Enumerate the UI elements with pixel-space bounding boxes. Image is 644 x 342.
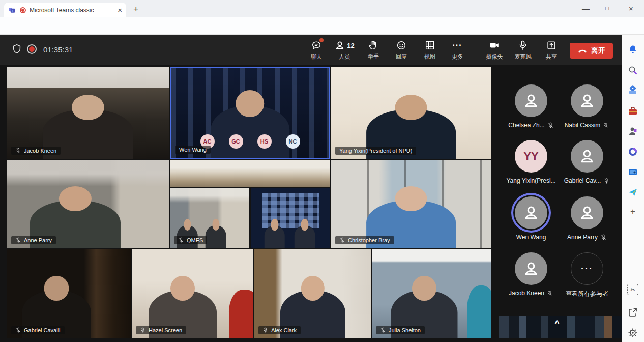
sidebar-add-icon[interactable]: + [627,206,638,217]
participant-gabriel[interactable]: Gabriel Cav... [559,140,616,193]
avatar-speaking [515,196,547,229]
react-button[interactable]: 回应 [390,40,413,61]
person-icon [522,92,540,110]
avatar-initials: YY [515,140,547,173]
video-tile-qmes[interactable]: QMES [170,188,249,248]
settings-gear-icon[interactable] [627,327,638,338]
view-all-participants[interactable]: ··· 查看所有参与者 [559,252,616,305]
red-sweater-figure [229,290,253,338]
teal-figure [467,285,491,338]
app-knot-icon[interactable] [627,146,638,157]
mic-muted-icon [547,122,554,129]
window-close-button[interactable]: × [629,5,633,12]
video-tile-julia-shelton[interactable]: Julia Shelton [372,249,491,338]
name-label: Anne Parry [11,236,56,244]
mic-muted-icon [15,237,21,243]
video-tile-jacob-kneen[interactable]: Jacob Kneen [7,67,169,159]
search-icon[interactable] [627,65,638,76]
shopping-tag-icon[interactable] [627,85,638,96]
window-minimize-button[interactable]: — [582,5,590,12]
more-button[interactable]: ··· 更多 [446,40,469,61]
wallet-icon[interactable] [627,166,638,178]
window-maximize-button[interactable]: □ [605,5,609,11]
chat-button[interactable]: 聊天 [305,40,328,61]
browser-toolbar: ← https://teams.microsoft.com/_#/modern-… [0,17,644,35]
name-label: Julia Shelton [376,326,425,334]
share-button[interactable]: 共享 [540,40,563,61]
tab-title: Microsoft Teams classic [30,7,114,14]
mic-muted-icon [380,327,386,333]
participant-chelsea[interactable]: Chelsea Zh... [503,84,560,137]
person-icon [522,260,540,278]
mic-muted-icon [600,234,607,241]
participant-silhouette [206,225,226,248]
view-button[interactable]: 视图 [418,40,442,61]
chevron-up-icon[interactable]: ^ [554,319,560,329]
view-grid-icon [424,40,435,51]
new-tab-button[interactable]: + [133,5,139,14]
bubble-hs: HS [257,134,272,149]
video-tile-yang-yixin[interactable]: Yang Yixin(President of NPU) [331,67,491,159]
participant-yang-yixin[interactable]: YY Yang Yixin(Presi... [503,140,560,193]
person-icon [578,92,596,110]
avatar [571,140,603,173]
mic-muted-icon [603,178,610,184]
mic-button[interactable]: 麦克风 [511,40,535,61]
video-tile-gabriel-cavalli[interactable]: Gabriel Cavalli [7,249,131,338]
drop-paper-plane-icon[interactable] [627,187,638,198]
video-tile-christopher-bray[interactable]: Christopher Bray [331,160,491,248]
overlay-avatar-bubbles: AC GC HS NC [200,134,300,149]
mic-muted-icon [15,148,21,154]
chat-badge [319,38,324,42]
avatar [571,84,603,117]
notifications-bell-icon[interactable] [627,44,638,55]
bubble-gc: GC [229,134,243,149]
overflow-dots-icon[interactable]: ··· [571,252,603,285]
video-tile-video-wall-room[interactable] [251,188,330,248]
participant-anne[interactable]: Anne Parry [559,196,616,249]
participant-nabil[interactable]: Nabil Cassim [559,84,616,137]
open-external-icon[interactable] [627,307,638,318]
screenshot-icon[interactable]: ✂ [627,284,638,295]
recording-indicator-icon [27,44,37,54]
raise-hand-button[interactable]: 举手 [362,40,385,61]
mic-muted-icon [339,237,345,243]
name-label: Jacob Kneen [11,147,61,155]
toolbox-icon[interactable] [627,105,638,117]
tab-close-icon[interactable]: × [118,6,122,14]
toolbar-divider [476,43,476,58]
people-count: 12 [347,42,354,49]
video-tile-panorama-room[interactable] [170,160,330,187]
person-icon [578,204,596,222]
video-tile-alex-clark[interactable]: Alex Clark [254,249,371,338]
avatar [515,252,547,285]
people-button[interactable]: 12 人员 [331,40,358,61]
name-label: Yang Yixin(President of NPU) [335,147,416,155]
security-shield-icon [11,43,22,54]
camera-button[interactable]: 摄像头 [483,40,506,61]
mic-icon [517,40,529,51]
mic-muted-icon [603,122,609,129]
tab-teams[interactable]: Microsoft Teams classic × [4,3,126,17]
mic-muted-icon [547,290,553,297]
avatar [515,84,547,117]
video-tile-wen-wang-active[interactable]: AC GC HS NC Wen Wang [170,67,330,159]
teams-meeting-app: 01:35:31 聊天 12 人员 举手 回应 视图 ··· [0,35,622,342]
participant-jacob[interactable]: Jacob Kneen [503,252,560,305]
people-icon [334,40,345,51]
tab-strip: Microsoft Teams classic × + — □ × [0,0,644,17]
games-person-icon[interactable] [627,126,638,137]
name-label: QMES [174,236,207,244]
name-label: Hazel Screen [136,326,186,334]
leave-button[interactable]: 离开 [570,43,613,59]
mic-muted-icon [140,327,146,333]
self-video-strip[interactable] [499,316,622,338]
bubble-nc: NC [286,134,300,149]
participant-wen-wang-speaking[interactable]: Wen Wang [503,196,560,249]
video-tile-anne-parry[interactable]: Anne Parry [7,160,169,248]
share-icon [546,40,557,51]
meeting-toolbar: 01:35:31 聊天 12 人员 举手 回应 视图 ··· [0,35,622,65]
mic-muted-icon [262,327,269,333]
name-label: Alex Clark [258,326,301,334]
video-tile-hazel-screen[interactable]: Hazel Screen [132,249,253,338]
